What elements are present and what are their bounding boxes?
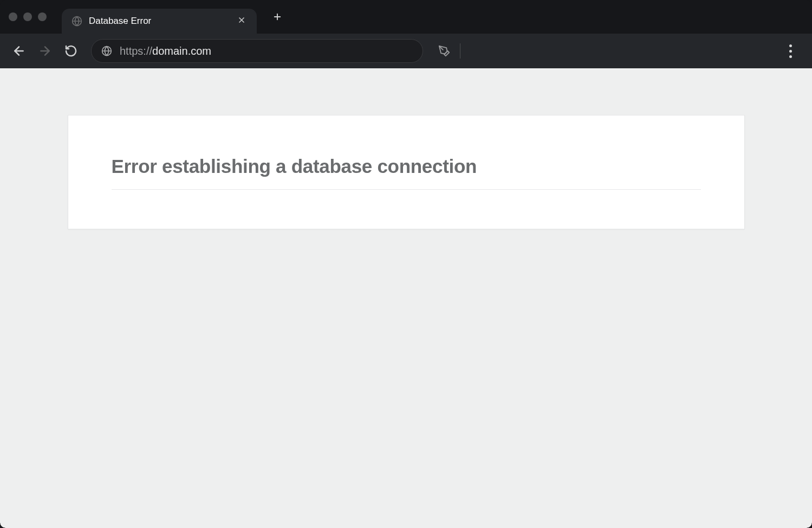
page-viewport: Error establishing a database connection (0, 68, 812, 528)
window-minimize-button[interactable] (23, 12, 32, 21)
globe-icon (72, 16, 82, 27)
browser-toolbar: https://domain.com (0, 34, 812, 68)
address-bar[interactable]: https://domain.com (91, 39, 423, 63)
new-tab-button[interactable] (267, 6, 288, 28)
browser-tab-active[interactable]: Database Error (62, 9, 257, 34)
pen-icon[interactable] (438, 45, 450, 57)
toolbar-divider (460, 43, 460, 59)
browser-menu-button[interactable] (783, 41, 798, 61)
url-host: domain.com (152, 45, 211, 57)
reload-button[interactable] (61, 41, 81, 61)
tab-title: Database Error (89, 16, 235, 27)
error-card: Error establishing a database connection (68, 115, 745, 229)
window-zoom-button[interactable] (38, 12, 47, 21)
window-close-button[interactable] (9, 12, 17, 21)
close-icon[interactable] (235, 14, 248, 29)
back-button[interactable] (9, 41, 29, 61)
globe-icon (101, 46, 112, 56)
forward-button[interactable] (35, 41, 55, 61)
url-scheme: https:// (120, 45, 152, 57)
window-controls (9, 12, 47, 21)
error-heading: Error establishing a database connection (112, 156, 701, 190)
extension-area (438, 43, 460, 59)
url-text: https://domain.com (120, 45, 211, 57)
window-titlebar: Database Error (0, 0, 812, 34)
